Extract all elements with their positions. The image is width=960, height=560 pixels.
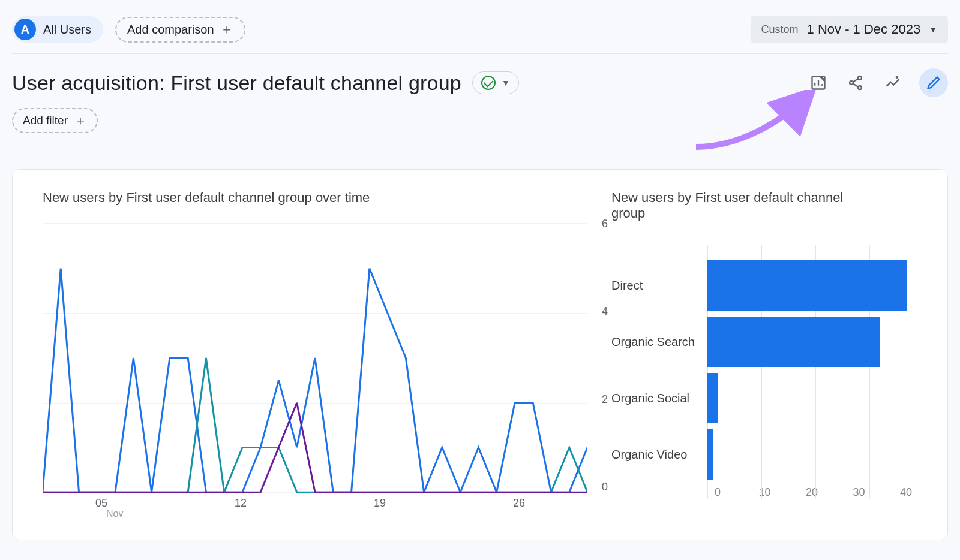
y-tick: 4 [602,305,608,318]
charts-card: New users by First user default channel … [12,169,948,540]
bar-chart: Direct Organic Search Organic Social Org… [611,233,923,499]
title-row: User acquisition: First user default cha… [12,68,948,97]
x-axis-month: Nov [106,508,587,519]
bar-value [707,260,907,311]
avatar-letter: A [14,19,36,40]
y-tick: 0 [602,481,608,493]
share-icon[interactable] [845,72,866,94]
page-title: User acquisition: First user default cha… [12,71,461,95]
chevron-down-icon: ▼ [502,78,510,88]
bar-value [707,373,718,423]
x-tick: 12 [235,497,247,510]
line-chart-title: New users by First user default channel … [43,190,587,206]
chevron-down-icon: ▼ [929,25,937,34]
line-chart [43,218,587,493]
x-tick: 10 [748,486,782,499]
x-tick: 0 [700,486,735,499]
x-tick: 05 [95,497,107,510]
bar-row-organic-video: Organic Video [611,426,923,483]
audience-chip-label: All Users [43,23,91,37]
audience-chip-all-users[interactable]: A All Users [12,16,103,43]
report-status-pill[interactable]: ▼ [472,71,519,94]
bar-chart-panel: New users by First user default channel … [611,190,923,519]
bar-row-direct: Direct [611,257,923,314]
bar-label: Organic Video [611,448,707,462]
x-tick: 20 [794,486,829,499]
add-filter-label: Add filter [23,114,68,127]
bar-label: Organic Search [611,335,707,349]
bar-label: Organic Social [611,392,707,405]
plus-icon: ＋ [74,114,87,127]
bar-value [707,429,713,480]
customize-report-icon[interactable] [808,72,829,94]
date-range-mode: Custom [761,23,799,36]
bar-row-organic-search: Organic Search [611,314,923,370]
report-actions [808,68,948,97]
check-circle-icon [481,76,496,90]
add-filter-button[interactable]: Add filter ＋ [12,108,98,133]
x-tick: 26 [513,497,525,510]
x-tick: 40 [889,486,923,499]
insights-icon[interactable] [882,72,904,94]
date-range-value: 1 Nov - 1 Dec 2023 [807,22,921,37]
top-bar: A All Users Add comparison ＋ Custom 1 No… [12,12,948,54]
bar-chart-title: New users by First user default channel … [611,190,863,221]
line-chart-y-axis: 6 4 2 0 [602,218,608,493]
bar-value [707,317,880,367]
bar-row-organic-social: Organic Social [611,370,923,426]
plus-icon: ＋ [220,23,233,36]
x-tick: 19 [374,497,386,510]
x-tick: 30 [842,486,877,499]
line-chart-panel: New users by First user default channel … [43,190,587,519]
add-comparison-label: Add comparison [127,23,214,37]
y-tick: 6 [602,218,608,230]
edit-button[interactable] [919,68,948,97]
date-range-picker[interactable]: Custom 1 Nov - 1 Dec 2023 ▼ [751,16,948,43]
add-comparison-button[interactable]: Add comparison ＋ [115,17,245,43]
line-chart-x-axis: 05 12 19 26 [93,493,527,510]
bar-chart-x-axis: 0 10 20 30 40 [700,486,923,499]
y-tick: 2 [602,393,608,406]
bar-label: Direct [611,279,707,293]
